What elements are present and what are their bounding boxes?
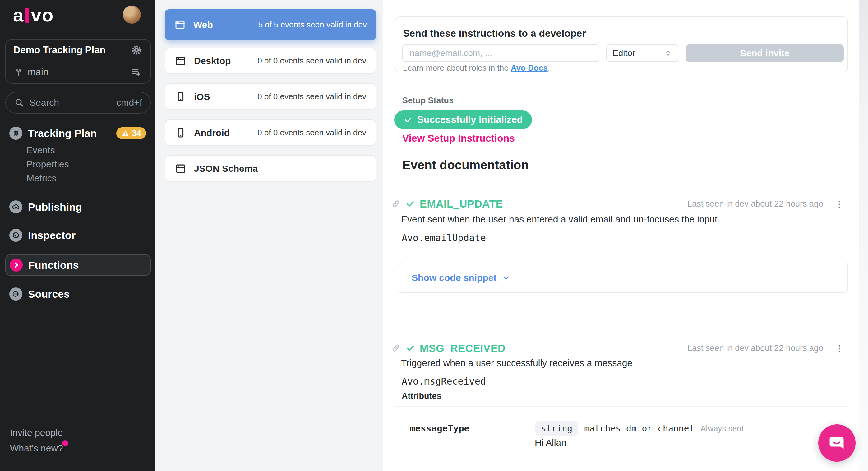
workspace-box: Demo Tracking Plan main <box>5 39 151 84</box>
notification-dot <box>62 440 68 446</box>
sidebar-item-label: Publishing <box>28 201 82 213</box>
avatar[interactable] <box>123 6 141 24</box>
event-last-seen: Last seen in dev about 22 hours ago <box>687 344 823 353</box>
sidebar-item-tracking-plan[interactable]: Tracking Plan 34 <box>9 124 146 143</box>
sidebar-item-inspector[interactable]: Inspector <box>9 226 75 244</box>
sidebar-item-sources[interactable]: Sources <box>9 285 70 303</box>
event-code-name: Avo.msgReceived <box>402 376 486 387</box>
source-status: 0 of 0 events seen valid in dev <box>257 92 366 101</box>
email-field[interactable] <box>402 45 599 62</box>
workspace-name: Demo Tracking Plan <box>13 45 130 56</box>
search-placeholder: Search <box>30 97 116 108</box>
source-name: iOS <box>194 91 210 102</box>
event-description: Event sent when the user has entered a v… <box>401 214 717 225</box>
search-shortcut: cmd+f <box>116 97 142 108</box>
issues-badge: 34 <box>116 127 146 139</box>
select-arrows-icon <box>664 49 672 58</box>
attribute-name: messageType <box>410 423 469 434</box>
source-name: Web <box>193 20 213 30</box>
sub-item-label: Metrics <box>26 173 57 183</box>
settings-gear-icon[interactable] <box>130 44 143 56</box>
sidebar-item-publishing[interactable]: Publishing <box>9 198 82 216</box>
valid-check-icon <box>405 199 415 209</box>
avo-docs-link[interactable]: Avo Docs <box>511 63 548 72</box>
source-status: 0 of 0 events seen valid in dev <box>257 128 366 138</box>
attribute-sent-label: Always sent <box>701 424 744 433</box>
sidebar-item-properties[interactable]: Properties <box>26 158 69 170</box>
branch-row[interactable]: main <box>6 61 150 83</box>
valid-check-icon <box>405 343 415 353</box>
attribute-constraint: matches dm or channel <box>584 423 694 434</box>
functions-chevron-icon <box>10 259 23 272</box>
section-divider <box>391 317 849 317</box>
sources-connection-icon <box>9 288 22 300</box>
send-invite-button[interactable]: Send invite <box>686 45 844 62</box>
search-icon <box>14 97 25 108</box>
source-name: Android <box>194 127 230 138</box>
sidebar: avo Demo Tracking Plan main Search cmd+f <box>0 0 155 471</box>
branch-name: main <box>28 66 130 78</box>
sidebar-item-events[interactable]: Events <box>26 144 55 156</box>
logo-letters-vo: vo <box>31 4 54 26</box>
scrollbar[interactable] <box>859 0 868 471</box>
role-select[interactable]: Editor <box>606 45 678 62</box>
sidebar-item-metrics[interactable]: Metrics <box>26 172 57 184</box>
snippet-label: Show code snippet <box>412 272 496 283</box>
whats-new-label: What's new? <box>10 443 63 453</box>
learn-more-suffix: . <box>548 63 550 72</box>
inspector-target-icon <box>9 229 22 242</box>
attribute-type-pill: string <box>535 421 578 436</box>
phone-icon <box>175 127 187 139</box>
invite-developer-card: Send these instructions to a developer E… <box>395 17 848 72</box>
invite-card-title: Send these instructions to a developer <box>403 28 586 39</box>
sidebar-item-functions[interactable]: Functions <box>5 254 151 276</box>
invite-people-link[interactable]: Invite people <box>10 427 63 439</box>
attribute-value-row: string matches dm or channel Always sent <box>535 421 744 436</box>
sub-item-label: Events <box>26 145 55 155</box>
source-card-web[interactable]: Web 5 of 5 events seen valid in dev <box>165 9 376 40</box>
show-code-snippet-toggle[interactable]: Show code snippet <box>399 263 848 293</box>
logo-pink-bar-icon <box>26 8 29 23</box>
event-name[interactable]: EMAIL_UPDATE <box>420 198 503 210</box>
search-input[interactable]: Search cmd+f <box>5 92 151 114</box>
setup-status-badge: Successfully Initialized <box>394 111 532 129</box>
event-last-seen: Last seen in dev about 22 hours ago <box>687 199 823 209</box>
event-menu-kebab-icon[interactable] <box>833 342 846 356</box>
source-status: 0 of 0 events seen valid in dev <box>257 56 366 66</box>
event-code-name: Avo.emailUpdate <box>402 232 486 243</box>
attribute-comment: Hi Allan <box>535 437 566 448</box>
source-card-ios[interactable]: iOS 0 of 0 events seen valid in dev <box>165 83 376 110</box>
phone-icon <box>175 91 187 102</box>
attributes-label: Attributes <box>402 391 441 401</box>
map-icon <box>9 127 22 140</box>
setup-status-text: Successfully Initialized <box>417 114 523 125</box>
link-anchor-icon[interactable] <box>391 199 401 209</box>
event-documentation-title: Event documentation <box>402 158 529 172</box>
event-menu-kebab-icon[interactable] <box>833 197 846 211</box>
event-header-email-update: EMAIL_UPDATE <box>391 197 503 211</box>
role-selected-value: Editor <box>613 48 635 58</box>
chat-launcher-button[interactable] <box>818 424 856 462</box>
cloud-upload-icon <box>9 200 22 213</box>
chevron-down-icon <box>501 273 511 283</box>
event-header-msg-received: MSG_RECEIVED <box>391 341 505 355</box>
sidebar-item-label: Inspector <box>28 229 75 241</box>
sources-panel: Web 5 of 5 events seen valid in dev Desk… <box>155 0 383 471</box>
sidebar-item-label: Tracking Plan <box>28 127 97 139</box>
workspace-row[interactable]: Demo Tracking Plan <box>6 39 150 61</box>
badge-count: 34 <box>132 128 141 138</box>
sidebar-item-label: Functions <box>28 259 79 271</box>
link-anchor-icon[interactable] <box>391 343 401 353</box>
sidebar-item-label: Sources <box>28 288 70 300</box>
source-card-json-schema[interactable]: JSON Schema <box>165 155 376 182</box>
attributes-table-divider <box>395 406 848 407</box>
whats-new-link[interactable]: What's new? <box>10 442 63 454</box>
source-card-android[interactable]: Android 0 of 0 events seen valid in dev <box>165 119 376 146</box>
browser-window-icon <box>175 163 187 175</box>
event-name[interactable]: MSG_RECEIVED <box>420 342 505 354</box>
source-card-desktop[interactable]: Desktop 0 of 0 events seen valid in dev <box>165 48 376 74</box>
view-setup-instructions-link[interactable]: View Setup Instructions <box>402 133 515 144</box>
sub-item-label: Properties <box>26 159 69 170</box>
add-branch-icon[interactable] <box>130 66 143 79</box>
browser-window-icon <box>175 55 187 67</box>
